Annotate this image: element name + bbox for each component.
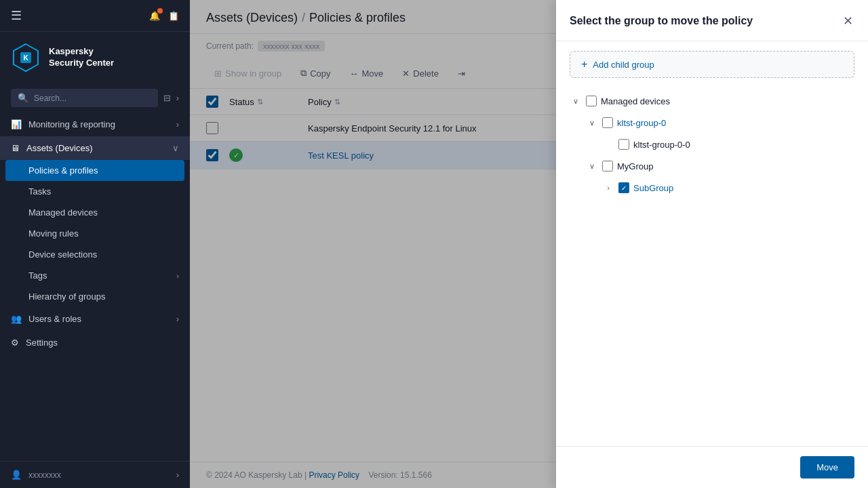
sidebar-footer: 👤 xxxxxxxx ›	[0, 461, 190, 488]
side-panel-header: Select the group to move the policy ✕	[556, 0, 868, 41]
filter-icon[interactable]: ⊟	[163, 93, 171, 103]
logo-text: Kaspersky Security Center	[49, 46, 114, 69]
book-icon: 📋	[168, 11, 179, 21]
tags-label: Tags	[28, 270, 47, 281]
sidebar: 🔔 📋 K Kaspersky Security Center 🔍 Search…	[0, 0, 190, 488]
hierarchy-label: Hierarchy of groups	[28, 291, 105, 302]
moving-rules-label: Moving rules	[28, 228, 79, 239]
sidebar-subitem-tags[interactable]: Tags ›	[0, 265, 190, 286]
assets-icon: 🖥	[11, 143, 20, 153]
move-confirm-button[interactable]: Move	[800, 456, 854, 479]
sidebar-subitem-moving-rules[interactable]: Moving rules	[0, 223, 190, 244]
sidebar-item-label: Monitoring & reporting	[28, 119, 170, 129]
tree-checkbox-subgroup-checked[interactable]: ✓	[618, 182, 629, 193]
sidebar-item-users[interactable]: 👥 Users & roles ›	[0, 307, 190, 331]
side-panel-footer: Move	[556, 446, 868, 488]
tree-collapse-icon[interactable]: ∨	[570, 95, 582, 107]
policies-label: Policies & profiles	[28, 165, 98, 176]
notification-badge	[157, 8, 163, 14]
logo-area: K Kaspersky Security Center	[0, 32, 190, 83]
side-panel-title: Select the group to move the policy	[570, 14, 753, 28]
sidebar-item-settings[interactable]: ⚙ Settings	[0, 331, 190, 354]
kaspersky-logo: K	[11, 43, 41, 73]
sidebar-item-monitoring[interactable]: 📊 Monitoring & reporting ›	[0, 113, 190, 136]
tree-item-managed-devices[interactable]: ∨ Managed devices	[556, 90, 868, 112]
tree-checkbox-mygroup[interactable]	[602, 161, 613, 171]
tree-label-kltst-group-0-0: kltst-group-0-0	[633, 140, 690, 150]
chevron-right-icon: ›	[176, 314, 179, 324]
sidebar-item-label: Settings	[26, 338, 179, 348]
tasks-label: Tasks	[28, 186, 51, 197]
sidebar-subitem-device-selections[interactable]: Device selections	[0, 244, 190, 265]
sidebar-icons-right: 🔔 📋	[149, 11, 179, 21]
help-button[interactable]: 📋	[168, 11, 179, 21]
users-icon: 👥	[11, 314, 22, 324]
user-chevron-icon[interactable]: ›	[176, 470, 179, 480]
expand-search-icon[interactable]: ›	[176, 93, 179, 103]
tree-item-kltst-group-0[interactable]: ∨ kltst-group-0	[556, 112, 868, 134]
sidebar-subitem-policies[interactable]: Policies & profiles	[5, 160, 184, 181]
tree-item-subgroup[interactable]: › ✓ SubGroup	[556, 177, 868, 199]
notifications-button[interactable]: 🔔	[149, 11, 160, 21]
user-icon: 👤	[11, 470, 22, 480]
main-content: Assets (Devices) / Policies & profiles C…	[190, 0, 868, 488]
side-panel: Select the group to move the policy ✕ + …	[556, 0, 868, 488]
managed-devices-label: Managed devices	[28, 207, 98, 218]
tree-item-kltst-group-0-0[interactable]: kltst-group-0-0	[556, 134, 868, 155]
hamburger-menu-icon[interactable]	[11, 8, 22, 23]
sidebar-item-label: Users & roles	[28, 314, 170, 324]
tree-label-managed-devices: Managed devices	[601, 96, 670, 106]
tree-expand-icon[interactable]: ›	[602, 182, 614, 194]
add-child-group-button[interactable]: + Add child group	[570, 51, 854, 78]
chart-icon: 📊	[11, 119, 22, 129]
device-selections-label: Device selections	[28, 249, 97, 260]
search-area: 🔍 Search... ⊟ ›	[0, 83, 190, 113]
sidebar-subitem-managed-devices[interactable]: Managed devices	[0, 202, 190, 223]
tree-checkbox-kltst-group-0-0[interactable]	[618, 139, 629, 150]
tree-label-subgroup: SubGroup	[633, 183, 673, 193]
search-icon: 🔍	[18, 93, 28, 103]
sidebar-subitem-hierarchy[interactable]: Hierarchy of groups	[0, 286, 190, 307]
close-panel-button[interactable]: ✕	[842, 12, 854, 30]
group-tree: ∨ Managed devices ∨ kltst-group-0 kltst-…	[556, 87, 868, 446]
plus-icon: +	[581, 58, 587, 70]
sidebar-header: 🔔 📋	[0, 0, 190, 32]
tree-checkbox-kltst-group-0[interactable]	[602, 117, 613, 128]
sidebar-item-assets[interactable]: 🖥 Assets (Devices) ∨	[0, 136, 190, 160]
tree-collapse-icon[interactable]: ∨	[586, 160, 598, 172]
tree-item-mygroup[interactable]: ∨ MyGroup	[556, 155, 868, 177]
tree-checkbox-managed-devices[interactable]	[586, 96, 597, 106]
sidebar-item-label: Assets (Devices)	[26, 143, 165, 153]
sidebar-subitem-tasks[interactable]: Tasks	[0, 181, 190, 202]
search-input-container[interactable]: 🔍 Search...	[11, 89, 158, 107]
tree-collapse-icon[interactable]: ∨	[586, 117, 598, 129]
settings-icon: ⚙	[11, 338, 19, 348]
chevron-down-icon: ∨	[172, 143, 179, 153]
tags-chevron-icon: ›	[176, 272, 179, 280]
tree-label-kltst-group-0: kltst-group-0	[617, 118, 666, 128]
tree-label-mygroup: MyGroup	[617, 161, 653, 171]
svg-text:K: K	[23, 54, 28, 62]
nav-section: 📊 Monitoring & reporting › 🖥 Assets (Dev…	[0, 113, 190, 461]
chevron-right-icon: ›	[176, 119, 179, 129]
search-placeholder-text: Search...	[34, 94, 66, 103]
user-display-name: xxxxxxxx	[28, 470, 170, 480]
